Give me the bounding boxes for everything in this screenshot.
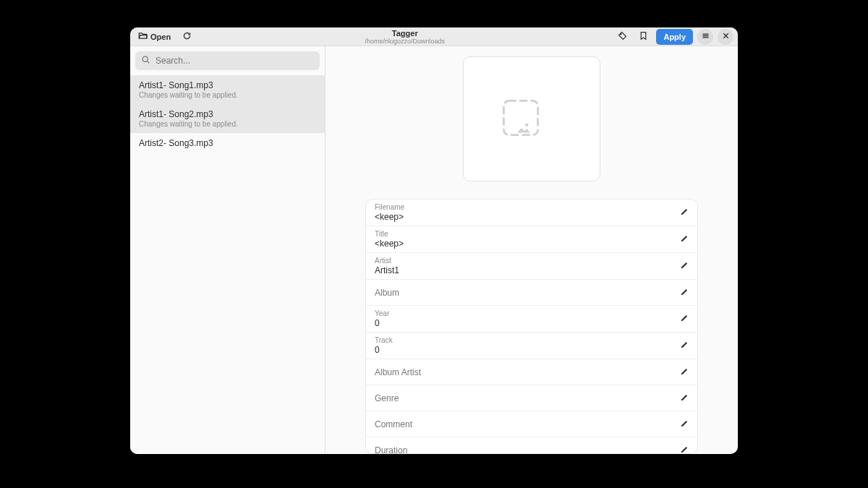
file-status: Changes waiting to be applied.	[139, 120, 316, 128]
file-name: Artist1- Song1.mp3	[139, 80, 316, 90]
titlebar: Open Tagger /home/nlogozzo/Downloads App…	[130, 27, 738, 46]
content: Artist1- Song1.mp3Changes waiting to be …	[130, 46, 738, 454]
field-label: Track	[375, 336, 393, 344]
field-row[interactable]: Album Artist	[366, 359, 697, 385]
tag-actions-button[interactable]	[614, 30, 631, 44]
field-value: <keep>	[375, 212, 404, 222]
field-row[interactable]: Comment	[366, 411, 697, 437]
edit-icon[interactable]	[680, 260, 689, 273]
field-label: Filename	[375, 203, 404, 211]
field-label: Artist	[375, 257, 399, 265]
edit-icon[interactable]	[680, 418, 689, 431]
field-row[interactable]: Year0	[366, 306, 697, 333]
file-item[interactable]: Artist1- Song1.mp3Changes waiting to be …	[130, 75, 325, 104]
tag-fields: Filename<keep>Title<keep>ArtistArtist1Al…	[365, 199, 698, 454]
close-icon	[721, 31, 731, 42]
field-label: Comment	[375, 419, 412, 429]
field-row[interactable]: Genre	[366, 385, 697, 411]
field-value: Artist1	[375, 265, 399, 275]
open-button[interactable]: Open	[135, 30, 174, 44]
file-item[interactable]: Artist1- Song2.mp3Changes waiting to be …	[130, 104, 325, 133]
refresh-button[interactable]	[179, 30, 195, 44]
edit-icon[interactable]	[680, 392, 689, 405]
svg-point-3	[525, 123, 528, 126]
tag-icon	[618, 31, 627, 42]
app-title: Tagger	[195, 29, 614, 38]
edit-icon[interactable]	[680, 312, 689, 325]
sidebar: Artist1- Song1.mp3Changes waiting to be …	[130, 46, 326, 454]
hamburger-icon	[701, 31, 710, 42]
edit-icon[interactable]	[680, 366, 689, 379]
field-row[interactable]: Track0	[366, 333, 697, 359]
menu-button[interactable]	[697, 29, 713, 45]
edit-icon[interactable]	[680, 286, 689, 299]
open-label: Open	[150, 33, 171, 41]
main-panel: Filename<keep>Title<keep>ArtistArtist1Al…	[326, 46, 738, 454]
search-icon	[141, 54, 150, 67]
apply-button[interactable]: Apply	[656, 29, 693, 45]
edit-icon[interactable]	[680, 206, 689, 219]
image-placeholder-icon	[500, 97, 563, 142]
field-row[interactable]: Filename<keep>	[366, 200, 697, 226]
app-window: Open Tagger /home/nlogozzo/Downloads App…	[130, 27, 738, 454]
app-subtitle: /home/nlogozzo/Downloads	[195, 38, 614, 45]
edit-icon[interactable]	[680, 339, 689, 352]
file-status: Changes waiting to be applied.	[139, 91, 316, 99]
search-input[interactable]	[135, 51, 320, 70]
album-art-box[interactable]	[463, 56, 600, 181]
svg-point-1	[142, 56, 148, 61]
file-name: Artist1- Song2.mp3	[139, 109, 316, 119]
web-services-button[interactable]	[635, 30, 652, 44]
edit-icon[interactable]	[680, 444, 689, 454]
refresh-icon	[182, 31, 192, 42]
field-row[interactable]: Album	[366, 280, 697, 306]
field-label: Year	[375, 309, 389, 317]
folder-open-icon	[138, 31, 148, 42]
field-row[interactable]: Title<keep>	[366, 226, 697, 253]
field-label: Album Artist	[375, 367, 421, 377]
field-row[interactable]: Duration	[366, 437, 697, 454]
field-label: Title	[375, 230, 404, 238]
file-list: Artist1- Song1.mp3Changes waiting to be …	[130, 75, 325, 454]
field-label: Album	[375, 288, 399, 298]
edit-icon[interactable]	[680, 233, 689, 246]
field-value: 0	[375, 345, 393, 355]
field-label: Duration	[375, 445, 407, 454]
field-label: Genre	[375, 393, 399, 403]
field-value: <keep>	[375, 239, 404, 249]
close-button[interactable]	[718, 29, 733, 45]
field-value: 0	[375, 318, 389, 328]
bookmark-icon	[639, 31, 648, 42]
file-item[interactable]: Artist2- Song3.mp3	[130, 133, 325, 153]
field-row[interactable]: ArtistArtist1	[366, 253, 697, 280]
file-name: Artist2- Song3.mp3	[139, 138, 316, 148]
